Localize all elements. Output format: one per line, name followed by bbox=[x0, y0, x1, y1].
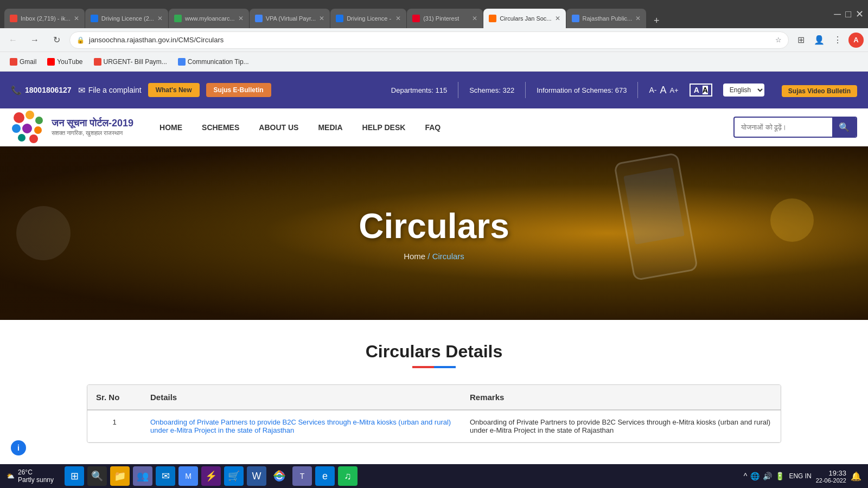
bookmark-star-icon[interactable]: ☆ bbox=[775, 36, 782, 44]
taskbar-search-button[interactable]: 🔍 bbox=[87, 466, 107, 486]
tab-close-rajasthan[interactable]: ✕ bbox=[635, 15, 641, 22]
search-box: 🔍 bbox=[733, 117, 857, 138]
battery-icon[interactable]: 🔋 bbox=[775, 472, 784, 480]
svg-point-0 bbox=[14, 112, 24, 123]
tab-vpa[interactable]: VPA (Virtual Payr... ✕ bbox=[250, 9, 330, 28]
tab-close-dl1[interactable]: ✕ bbox=[157, 15, 163, 22]
td-details-1[interactable]: Onboarding of Private Partners to provid… bbox=[142, 410, 461, 442]
bookmark-youtube[interactable]: YouTube bbox=[43, 56, 87, 68]
circulars-table: Sr. No Details Remarks 1 Onboarding of P… bbox=[87, 384, 781, 443]
minimize-button[interactable]: ─ bbox=[834, 9, 841, 20]
bookmark-gmail[interactable]: Gmail bbox=[5, 56, 41, 68]
svg-point-1 bbox=[25, 111, 34, 119]
schemes-stat: Schemes: 322 bbox=[469, 86, 514, 94]
sujas-video-button[interactable]: Sujas Video Bulletin bbox=[782, 85, 857, 97]
search-input[interactable] bbox=[735, 120, 832, 134]
mail-button[interactable]: ✉ bbox=[156, 466, 175, 486]
clock-area: 19:33 22-06-2022 bbox=[816, 469, 846, 484]
breadcrumb-home[interactable]: Home bbox=[404, 252, 425, 261]
hero-banner: Circulars Home / Circulars bbox=[0, 146, 868, 320]
tab-close-pinterest[interactable]: ✕ bbox=[472, 15, 477, 22]
chevron-up-icon[interactable]: ^ bbox=[744, 472, 748, 480]
edge-button[interactable]: e bbox=[315, 466, 335, 486]
teams-button[interactable]: 👥 bbox=[133, 466, 152, 486]
maximize-button[interactable]: □ bbox=[845, 9, 851, 20]
sujas-ebulletin-button[interactable]: Sujus E-Bulletin bbox=[206, 83, 271, 97]
comm-button[interactable]: M bbox=[178, 466, 198, 486]
tab-close-dl2[interactable]: ✕ bbox=[395, 15, 401, 22]
complaint-button[interactable]: File a complaint bbox=[78, 85, 142, 95]
weather-widget: ⛅ 26°C Partly sunny bbox=[7, 468, 54, 484]
close-button[interactable]: ✕ bbox=[856, 8, 864, 20]
tab-pinterest[interactable]: (31) Pinterest ✕ bbox=[407, 9, 483, 28]
tab-dl2[interactable]: Driving Licence - ✕ bbox=[330, 9, 406, 28]
font-decrease-button[interactable]: A- bbox=[649, 86, 656, 94]
nav-home[interactable]: HOME bbox=[150, 108, 192, 146]
address-text: jansoochna.rajasthan.gov.in/CMS/Circular… bbox=[89, 36, 771, 44]
taskbar-icons: ⊞ 🔍 📁 👥 ✉ M ⚡ 🛒 W T e ♫ bbox=[65, 466, 358, 486]
extensions-icon[interactable]: ⊞ bbox=[793, 33, 808, 48]
tab-gmail[interactable]: Inbox (2,719) - ik... ✕ bbox=[4, 9, 85, 28]
file-explorer-button[interactable]: 📁 bbox=[110, 466, 130, 486]
breadcrumb-current: Circulars bbox=[432, 252, 464, 261]
tab-circular[interactable]: Circulars Jan Soc... ✕ bbox=[483, 9, 565, 28]
search-button[interactable]: 🔍 bbox=[832, 118, 856, 137]
user-profile-icon[interactable]: 👤 bbox=[812, 33, 827, 48]
font-increase-button[interactable]: A+ bbox=[669, 86, 678, 94]
nav-about[interactable]: ABOUT US bbox=[249, 108, 308, 146]
tab-close-circular[interactable]: ✕ bbox=[555, 15, 560, 22]
forward-button[interactable]: → bbox=[26, 31, 43, 49]
chrome-button[interactable] bbox=[270, 466, 289, 486]
spotify-button[interactable]: ♫ bbox=[338, 466, 358, 486]
nav-media[interactable]: MEDIA bbox=[308, 108, 352, 146]
more-options-icon[interactable]: ⋮ bbox=[830, 33, 845, 48]
loan-favicon bbox=[174, 15, 182, 22]
nav-schemes[interactable]: SCHEMES bbox=[192, 108, 249, 146]
font-controls: A- A A+ bbox=[649, 85, 678, 96]
tab-rajasthan[interactable]: Rajasthan Public... ✕ bbox=[566, 9, 647, 28]
notification-icon[interactable]: 🔔 bbox=[851, 471, 861, 481]
tab-dl1[interactable]: Driving Licence (2... ✕ bbox=[85, 9, 168, 28]
raj-favicon bbox=[572, 15, 579, 22]
new-tab-button[interactable]: + bbox=[649, 13, 664, 28]
back-button[interactable]: ← bbox=[4, 31, 22, 49]
start-button[interactable]: ⊞ bbox=[65, 466, 84, 486]
hero-breadcrumb: Home / Circulars bbox=[404, 252, 464, 261]
gmail-bookmark-label: Gmail bbox=[20, 58, 36, 66]
profile-avatar[interactable]: A bbox=[848, 33, 864, 48]
logo-title: जन सूचना पोर्टल-2019 bbox=[52, 118, 133, 130]
tab-close-loan[interactable]: ✕ bbox=[238, 15, 244, 22]
title-underline bbox=[87, 366, 781, 368]
address-box[interactable]: 🔒 jansoochna.rajasthan.gov.in/CMS/Circul… bbox=[69, 31, 789, 49]
language-indicator: ENG IN bbox=[789, 472, 811, 480]
network-icon[interactable]: 🌐 bbox=[750, 472, 760, 480]
nav-bar: जन सूचना पोर्टल-2019 सशक्त नागरिक, खुशहा… bbox=[0, 108, 868, 146]
language-select[interactable]: English Hindi bbox=[723, 84, 764, 97]
tab-close-gmail[interactable]: ✕ bbox=[74, 15, 79, 22]
msteams2-button[interactable]: T bbox=[292, 466, 312, 486]
bookmark-urgent[interactable]: URGENT- Bill Paym... bbox=[90, 56, 171, 68]
bookmark-comm[interactable]: Communication Tip... bbox=[174, 56, 253, 68]
tab-loan[interactable]: www.myloancarc... ✕ bbox=[169, 9, 249, 28]
nav-faq[interactable]: FAQ bbox=[415, 108, 450, 146]
font-normal-button[interactable]: A bbox=[660, 85, 666, 96]
speaker-icon[interactable]: 🔊 bbox=[763, 472, 772, 480]
storm-button[interactable]: ⚡ bbox=[201, 466, 221, 486]
store-button[interactable]: 🛒 bbox=[224, 466, 244, 486]
hero-circle-left bbox=[16, 206, 71, 260]
word-button[interactable]: W bbox=[247, 466, 266, 486]
refresh-button[interactable]: ↻ bbox=[48, 31, 65, 49]
info-badge[interactable]: i bbox=[11, 440, 26, 455]
main-nav: HOME SCHEMES ABOUT US MEDIA HELP DESK FA… bbox=[150, 108, 733, 146]
whats-new-button[interactable]: What's New bbox=[148, 83, 200, 97]
contrast-toggle[interactable]: A A bbox=[690, 84, 712, 97]
nav-helpdesk[interactable]: HELP DESK bbox=[353, 108, 416, 146]
departments-stat: Departments: 115 bbox=[391, 86, 447, 94]
tab-close-vpa[interactable]: ✕ bbox=[319, 15, 324, 22]
clock-time: 19:33 bbox=[816, 469, 846, 477]
page-content: 18001806127 File a complaint What's New … bbox=[0, 72, 868, 488]
tray-icons: ^ 🌐 🔊 🔋 bbox=[744, 472, 785, 480]
yt-bookmark-label: YouTube bbox=[57, 58, 82, 66]
logo-subtitle: सशक्त नागरिक, खुशहाल राजस्थान bbox=[52, 130, 133, 137]
weather-desc: Partly sunny bbox=[18, 476, 54, 484]
